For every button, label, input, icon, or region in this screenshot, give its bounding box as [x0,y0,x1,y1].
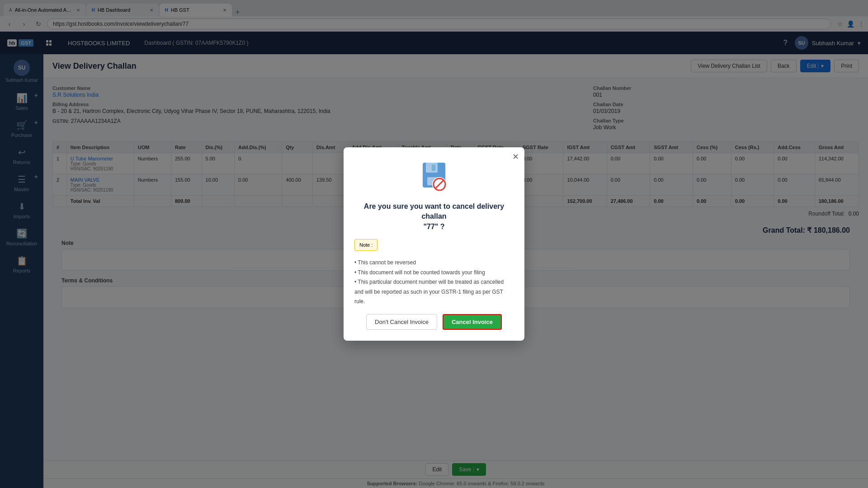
cancel-icon-svg [416,158,452,194]
cancel-modal: ✕ Are you sure you want to cancel delive… [344,147,524,341]
modal-title-part1: Are you sure you want to cancel delivery… [364,202,504,220]
modal-icon [354,158,514,194]
modal-title-part2: "77" ? [423,223,444,230]
modal-point-2: This document will not be counted toward… [354,268,514,278]
modal-note-label: Note : [354,239,377,251]
modal-actions: Don't Cancel Invoice Cancel Invoice [354,314,514,330]
cancel-invoice-button[interactable]: Cancel Invoice [443,314,502,330]
modal-close-button[interactable]: ✕ [512,153,519,161]
modal-overlay: ✕ Are you sure you want to cancel delive… [0,0,868,488]
modal-title: Are you sure you want to cancel delivery… [354,202,514,232]
modal-points-list: This cannot be reversed This document wi… [354,258,514,307]
modal-point-3: This particular document number will be … [354,277,514,307]
disk-slot [432,164,435,171]
modal-point-1: This cannot be reversed [354,258,514,268]
dont-cancel-button[interactable]: Don't Cancel Invoice [366,314,437,330]
modal-note-wrapper: Note : [354,239,514,254]
